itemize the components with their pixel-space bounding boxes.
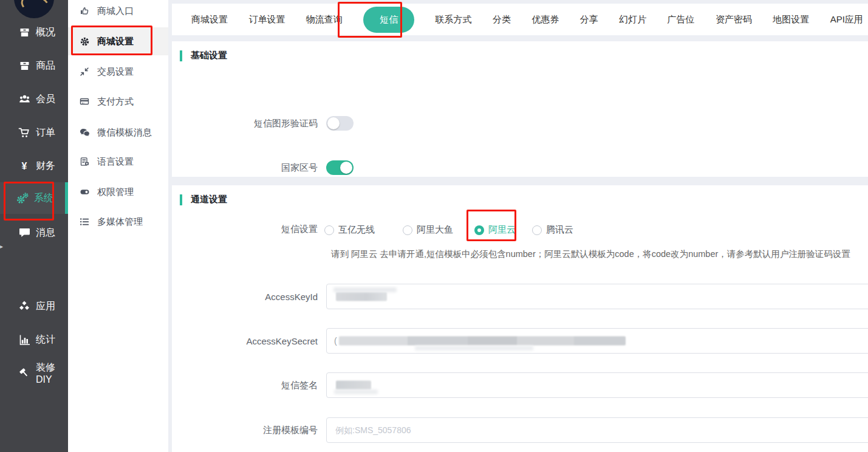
sms-signature-label: 短信签名 — [172, 380, 318, 391]
submenu-item-media-management[interactable]: 多媒体管理 — [68, 212, 168, 231]
country-code-toggle-row: 国家区号 — [172, 160, 868, 175]
tab-map-settings[interactable]: 地图设置 — [773, 14, 809, 26]
country-code-label: 国家区号 — [172, 162, 318, 174]
svg-text:¥: ¥ — [22, 161, 27, 171]
sms-signature-input[interactable] — [326, 372, 868, 398]
sms-signature-field[interactable] — [327, 373, 868, 397]
sidebar-item-label: 订单 — [36, 126, 55, 139]
accesskeysecret-label: AccessKeySecret — [172, 336, 318, 346]
sidebar-item-finance[interactable]: ¥ 财务 — [0, 157, 68, 175]
sms-provider-label: 短信设置 — [172, 224, 318, 235]
tab-coupon[interactable]: 优惠券 — [531, 14, 559, 26]
sidebar-item-label: 系统 — [34, 192, 53, 205]
tab-order-settings[interactable]: 订单设置 — [248, 14, 285, 26]
sidebar-item-label: 会员 — [36, 93, 55, 106]
main-content: 商城设置 订单设置 物流查询 短信 联系方式 分类 优惠券 分享 幻灯片 广告位… — [168, 0, 868, 452]
submenu-item-mall-entrance[interactable]: 商城入口 — [68, 1, 168, 21]
submenu-item-label: 微信模板消息 — [97, 127, 152, 139]
sidebar-item-label: 消息 — [36, 227, 55, 239]
radio-circle-icon — [532, 225, 542, 235]
settings-submenu: 商城入口 商城设置 交易设置 支付方式 微信模板消息 — [68, 0, 168, 452]
tab-logistics-query[interactable]: 物流查询 — [306, 14, 343, 26]
country-code-toggle[interactable] — [326, 160, 354, 175]
keyfob-icon — [78, 187, 91, 197]
sidebar-item-label: 财务 — [36, 160, 55, 173]
tab-sms[interactable]: 短信 — [363, 7, 414, 33]
app-logo — [14, 0, 54, 18]
accesskeyid-input[interactable] — [326, 284, 868, 309]
settings-tabbar: 商城设置 订单设置 物流查询 短信 联系方式 分类 优惠券 分享 幻灯片 广告位… — [172, 4, 868, 35]
submenu-item-trade-settings[interactable]: 交易设置 — [68, 62, 168, 81]
submenu-item-language-settings[interactable]: 语言设置 — [68, 152, 168, 171]
radio-tencent-cloud[interactable]: 腾讯云 — [532, 224, 573, 236]
tab-contact-info[interactable]: 联系方式 — [436, 14, 472, 26]
sidebar-item-members[interactable]: 会员 — [0, 90, 68, 108]
radio-circle-icon — [324, 225, 334, 235]
section-header: 通道设置 — [172, 194, 227, 205]
accesskeysecret-field[interactable] — [327, 329, 868, 353]
channel-settings-card: 通道设置 短信设置 互亿无线 阿里大鱼 阿里云 — [172, 185, 868, 452]
submenu-item-label: 交易设置 — [97, 66, 134, 78]
submenu-item-label: 商城入口 — [97, 5, 134, 17]
tab-api-app[interactable]: API应用 — [830, 14, 863, 26]
sidebar-collapse-handle[interactable]: ▸ — [0, 243, 3, 250]
language-icon — [78, 156, 91, 167]
radio-ali-dayu[interactable]: 阿里大鱼 — [403, 224, 453, 236]
sidebar-item-label: 装修DIY — [36, 361, 68, 385]
sms-captcha-toggle[interactable] — [326, 116, 354, 131]
sidebar-item-goods[interactable]: 商品 — [0, 56, 68, 75]
sidebar-item-decorate-diy[interactable]: 装修DIY — [0, 364, 68, 382]
sidebar-item-statistics[interactable]: 统计 — [0, 330, 68, 349]
tab-share[interactable]: 分享 — [580, 14, 598, 26]
submenu-item-label: 语言设置 — [97, 156, 134, 168]
sidebar-item-system[interactable]: 系统 — [0, 182, 68, 214]
accesskeysecret-row: AccessKeySecret ( — [172, 328, 868, 354]
section-title: 基础设置 — [191, 50, 227, 61]
sidebar-item-orders[interactable]: 订单 — [0, 123, 68, 142]
compress-arrows-icon — [78, 66, 91, 77]
bar-chart-icon — [18, 334, 31, 346]
tab-asset-password[interactable]: 资产密码 — [716, 14, 752, 26]
submenu-item-wechat-template-message[interactable]: 微信模板消息 — [68, 123, 168, 142]
accesskeyid-label: AccessKeyId — [172, 292, 318, 302]
sidebar-item-messages[interactable]: 消息 — [0, 224, 68, 242]
aliyun-help-text: 请到 阿里云 去申请开通,短信模板中必须包含number；阿里云默认模板为cod… — [331, 248, 850, 260]
submenu-item-payment-methods[interactable]: 支付方式 — [68, 92, 168, 111]
tab-mall-settings[interactable]: 商城设置 — [191, 14, 228, 26]
register-template-label: 注册模板编号 — [172, 425, 318, 436]
goods-box-icon — [18, 60, 31, 72]
cubes-icon — [18, 300, 31, 312]
tab-ad-slot[interactable]: 广告位 — [668, 14, 695, 26]
mall-admin-console: 概况 商品 会员 订单 ¥ 财务 — [0, 0, 868, 452]
cart-icon — [18, 126, 31, 139]
sidebar-item-label: 统计 — [36, 334, 55, 346]
accesskeysecret-input[interactable]: ( — [326, 328, 868, 354]
credit-card-icon — [78, 96, 91, 107]
tab-slideshow[interactable]: 幻灯片 — [619, 14, 646, 26]
sidebar-item-label: 概况 — [36, 26, 55, 39]
radio-circle-icon — [403, 225, 412, 235]
sms-provider-row: 短信设置 互亿无线 阿里大鱼 阿里云 腾讯云 — [172, 223, 868, 235]
submenu-item-label: 支付方式 — [97, 96, 134, 108]
sidebar-item-overview[interactable]: 概况 — [0, 23, 68, 41]
register-template-field[interactable] — [327, 418, 868, 442]
submenu-item-label: 多媒体管理 — [97, 216, 143, 228]
accesskeyid-field[interactable] — [327, 284, 868, 309]
sms-signature-row: 短信签名 — [172, 372, 868, 398]
section-header: 基础设置 — [172, 50, 227, 61]
register-template-input[interactable] — [326, 417, 868, 443]
sidebar-item-label: 应用 — [36, 300, 55, 313]
radio-huyi-wireless[interactable]: 互亿无线 — [324, 224, 375, 236]
basic-settings-card: 基础设置 短信图形验证码 国家区号 — [172, 41, 868, 177]
gears-icon — [16, 192, 29, 204]
submenu-item-mall-settings[interactable]: 商城设置 — [68, 27, 168, 55]
radio-aliyun[interactable]: 阿里云 — [474, 224, 516, 236]
chat-bubble-icon — [18, 227, 31, 239]
hammer-icon — [18, 367, 31, 379]
submenu-item-label: 商城设置 — [97, 36, 134, 47]
submenu-item-permission-management[interactable]: 权限管理 — [68, 182, 168, 202]
submenu-item-label: 权限管理 — [97, 187, 134, 198]
sidebar-item-apps[interactable]: 应用 — [0, 297, 68, 315]
tab-category[interactable]: 分类 — [493, 14, 511, 26]
accesskeyid-row: AccessKeyId — [172, 284, 868, 309]
